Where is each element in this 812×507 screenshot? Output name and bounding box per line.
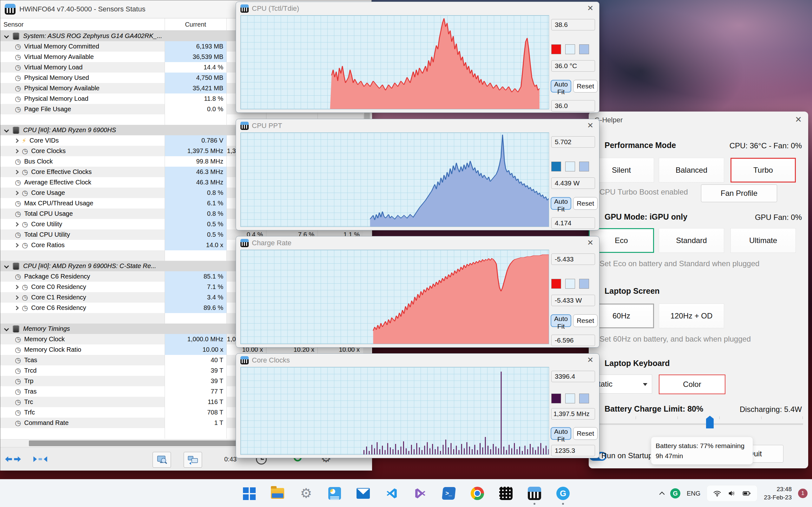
gpu-button-ultimate[interactable]: Ultimate <box>730 228 796 253</box>
reset-button[interactable]: Reset <box>573 197 598 210</box>
expand-columns-icon[interactable] <box>5 452 21 466</box>
clock-icon: ◷ <box>15 85 21 92</box>
taskbar-chrome-icon[interactable] <box>470 487 484 500</box>
battery-limit-slider[interactable] <box>594 424 803 425</box>
close-icon[interactable]: ✕ <box>587 121 594 130</box>
collapse-icon[interactable] <box>4 34 9 39</box>
expand-icon[interactable] <box>14 285 19 289</box>
graph-window-core-clocks[interactable]: Core Clocks ✕ 3396.4 1,397.5 MHz Auto Fi… <box>236 353 600 458</box>
column-header-sensor[interactable]: Sensor <box>3 18 23 31</box>
close-icon[interactable]: ✕ <box>795 115 802 124</box>
graph-max-value: -5.433 <box>551 253 595 265</box>
ghelper-window[interactable]: G-Helper ✕ Performance Mode CPU: 36°C - … <box>589 112 808 468</box>
clock-icon: ◷ <box>15 95 21 102</box>
taskbar-mail-icon[interactable] <box>356 487 370 500</box>
monitor-magnifier-icon <box>156 454 168 465</box>
sensor-name-cell: ◷Trcd <box>0 365 165 376</box>
expand-icon[interactable] <box>14 138 19 143</box>
close-icon[interactable]: ✕ <box>587 355 594 364</box>
background-color-swatch[interactable] <box>565 44 575 54</box>
sensor-current-value: 1,000.0 MHz <box>165 334 226 344</box>
expand-icon[interactable] <box>14 243 19 247</box>
taskbar-visual-studio-icon[interactable] <box>413 487 427 500</box>
taskbar-system-config-icon[interactable] <box>328 487 342 500</box>
sensor-current-value: 6.1 % <box>165 198 226 209</box>
expand-icon[interactable] <box>14 222 19 226</box>
clock-icon: ◷ <box>15 419 21 427</box>
language-indicator[interactable]: ENG <box>687 490 700 497</box>
background-color-swatch[interactable] <box>565 162 575 171</box>
screen-button-120hz[interactable]: 120Hz + OD <box>659 303 724 328</box>
graph-titlebar[interactable]: Core Clocks ✕ <box>236 354 599 367</box>
expand-icon[interactable] <box>14 149 19 153</box>
expand-icon[interactable] <box>14 190 19 195</box>
gpu-button-standard[interactable]: Standard <box>659 228 724 253</box>
sensor-name-cell: ◷Memory Clock Ratio <box>0 344 165 355</box>
taskbar-start-icon[interactable] <box>242 487 256 500</box>
sensor-current-value: 39 T <box>165 365 226 376</box>
taskbar-file-explorer-icon[interactable] <box>270 487 285 500</box>
auto-fit-button[interactable]: Auto Fit <box>551 197 571 210</box>
graph-window-cpu-temperature[interactable]: CPU (Tctl/Tdie) ✕ 38.6 36.0 °C Auto Fit … <box>236 2 600 113</box>
graph-title: Core Clocks <box>252 356 290 364</box>
reset-button[interactable]: Reset <box>573 80 598 93</box>
slider-thumb[interactable] <box>706 416 714 429</box>
taskbar-vscode-icon[interactable] <box>385 487 399 500</box>
sensor-name-cell: ◷Core Effective Clocks <box>0 167 165 177</box>
graph-window-charge-rate[interactable]: Charge Rate ✕ -5.433 -5.433 W Auto Fit R… <box>236 236 600 348</box>
graph-window-cpu-ppt[interactable]: CPU PPT ✕ 5.702 4.439 W Auto Fit Reset 4… <box>236 119 600 230</box>
grid-color-swatch[interactable] <box>579 162 589 171</box>
screen-capture-button[interactable] <box>153 452 171 468</box>
auto-fit-button[interactable]: Auto Fit <box>551 427 571 440</box>
taskbar: ⚙>_G G ENG <box>0 479 812 507</box>
background-color-swatch[interactable] <box>565 279 575 289</box>
reset-button[interactable]: Reset <box>573 427 598 440</box>
sensor-current-value: 46.3 MHz <box>165 177 226 187</box>
background-color-swatch[interactable] <box>565 394 575 403</box>
monitoring-toggle-button[interactable] <box>184 452 202 468</box>
taskbar-hwinfo-icon[interactable] <box>527 487 542 500</box>
collapse-icon[interactable] <box>4 264 9 269</box>
collapse-icon[interactable] <box>4 326 9 331</box>
keyboard-color-button[interactable]: Color <box>659 375 725 394</box>
grid-color-swatch[interactable] <box>579 394 589 403</box>
column-header-current[interactable]: Current <box>165 18 226 31</box>
series-color-swatch[interactable] <box>551 162 561 171</box>
fan-profile-button[interactable]: Fan Profile <box>701 184 777 202</box>
taskbar-settings-icon[interactable]: ⚙ <box>299 487 313 500</box>
series-color-swatch[interactable] <box>551 44 561 54</box>
auto-fit-button[interactable]: Auto Fit <box>551 314 571 327</box>
reset-button[interactable]: Reset <box>573 314 598 327</box>
screen-auto-note: Set 60Hz on battery, and back when plugg… <box>600 335 751 343</box>
graph-titlebar[interactable]: CPU (Tctl/Tdie) ✕ <box>236 2 599 15</box>
notification-badge[interactable]: 1 <box>798 489 808 498</box>
sensor-name-cell: CPU [#0]: AMD Ryzen 9 6900HS <box>0 125 165 135</box>
clock[interactable]: 23:48 23-Feb-23 <box>764 485 792 501</box>
chevron-down-icon <box>643 383 647 386</box>
collapse-columns-icon[interactable] <box>32 452 49 466</box>
expand-icon[interactable] <box>14 305 19 310</box>
auto-fit-button[interactable]: Auto Fit <box>551 80 571 93</box>
expand-icon[interactable] <box>14 295 19 299</box>
series-color-swatch[interactable] <box>551 394 561 403</box>
sensor-current-value <box>165 261 226 271</box>
taskbar-powershell-icon[interactable]: >_ <box>442 487 456 500</box>
clock-icon: ◷ <box>22 284 28 291</box>
close-icon[interactable]: ✕ <box>587 4 594 13</box>
graph-titlebar[interactable]: Charge Rate ✕ <box>236 236 599 250</box>
close-icon[interactable]: ✕ <box>587 238 594 247</box>
grid-color-swatch[interactable] <box>579 279 589 289</box>
sensor-name-cell: ◷Max CPU/Thread Usage <box>0 198 165 209</box>
quick-settings[interactable] <box>707 485 757 502</box>
mode-button-turbo[interactable]: Turbo <box>730 158 796 182</box>
taskbar-ghelper-icon[interactable]: G <box>556 487 570 500</box>
mode-button-balanced[interactable]: Balanced <box>659 158 724 182</box>
grid-color-swatch[interactable] <box>579 44 589 54</box>
taskbar-dots-app-icon[interactable] <box>499 487 513 500</box>
series-color-swatch[interactable] <box>551 279 561 289</box>
grammarly-icon[interactable]: G <box>670 488 680 498</box>
graph-titlebar[interactable]: CPU PPT ✕ <box>236 119 599 132</box>
collapse-icon[interactable] <box>4 128 9 133</box>
tray-overflow-icon[interactable] <box>659 492 664 497</box>
expand-icon[interactable] <box>14 170 19 174</box>
